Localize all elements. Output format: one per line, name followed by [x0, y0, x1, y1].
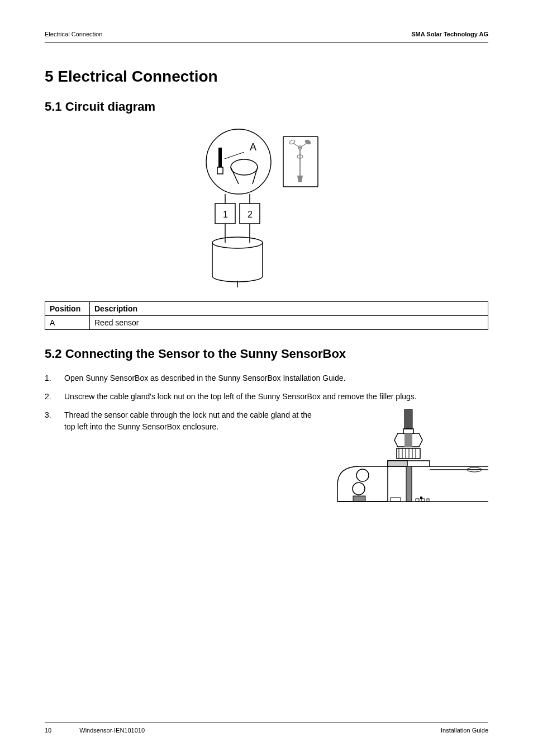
page-footer: 10 Windsensor-IEN101010 Installation Gui…	[45, 722, 488, 734]
diagram-label-2: 2	[248, 210, 253, 219]
table-cell-position: A	[45, 316, 90, 330]
svg-point-43	[353, 483, 365, 495]
svg-rect-45	[406, 466, 412, 502]
circuit-diagram-svg: A 1 2	[172, 125, 361, 287]
step-1-text: Open Sunny SensorBox as described in the…	[64, 372, 488, 384]
svg-rect-28	[404, 433, 412, 447]
section-5-2: 5.2 Connecting the Sensor to the Sunny S…	[45, 347, 488, 513]
step-1: 1. Open Sunny SensorBox as described in …	[45, 372, 488, 384]
svg-rect-4	[218, 148, 222, 167]
footer-doc-type: Installation Guide	[441, 727, 488, 734]
diagram-label-1: 1	[223, 210, 228, 219]
svg-point-0	[206, 129, 271, 194]
section-5-title: 5 Electrical Connection	[45, 68, 488, 86]
svg-line-9	[293, 143, 300, 148]
step-2-text: Unscrew the cable gland's lock nut on th…	[64, 391, 488, 403]
svg-point-42	[356, 469, 369, 481]
svg-point-22	[212, 237, 263, 248]
svg-rect-37	[388, 461, 407, 466]
circuit-diagram: A 1 2	[45, 125, 488, 287]
table-cell-description: Reed sensor	[90, 316, 488, 330]
footer-doc-id: Windsensor-IEN101010	[79, 727, 145, 734]
svg-rect-44	[353, 496, 365, 502]
table-header-description: Description	[90, 302, 488, 316]
step-3-illustration	[332, 409, 488, 513]
svg-line-11	[300, 143, 307, 148]
step-2-number: 2.	[45, 391, 64, 403]
step-1-number: 1.	[45, 372, 64, 384]
section-5-1-title: 5.1 Circuit diagram	[45, 100, 488, 114]
diagram-label-a: A	[250, 141, 256, 153]
svg-rect-27	[403, 429, 413, 433]
header-right-text: SMA Solar Technology AG	[411, 31, 488, 37]
svg-rect-5	[217, 167, 223, 174]
table-header-position: Position	[45, 302, 90, 316]
step-3-container: Thread the sensor cable through the lock…	[64, 409, 488, 513]
section-5-2-title: 5.2 Connecting the Sensor to the Sunny S…	[45, 347, 488, 361]
page-header: Electrical Connection SMA Solar Technolo…	[45, 31, 488, 42]
footer-page-number: 10	[45, 727, 51, 734]
footer-left: 10 Windsensor-IEN101010	[45, 727, 145, 734]
svg-rect-47	[391, 498, 401, 502]
svg-point-1	[231, 159, 258, 175]
steps-list: 1. Open Sunny SensorBox as described in …	[45, 372, 488, 513]
svg-line-3	[253, 167, 258, 184]
svg-line-2	[231, 167, 239, 184]
header-left-text: Electrical Connection	[45, 31, 102, 37]
table-header-row: Position Description	[45, 302, 488, 316]
step-3-text: Thread the sensor cable through the lock…	[64, 409, 315, 513]
step-3-number: 3.	[45, 409, 64, 513]
table-row: A Reed sensor	[45, 316, 488, 330]
svg-rect-29	[397, 448, 420, 459]
svg-rect-26	[404, 409, 412, 429]
step-3: 3. Thread the sensor cable through the l…	[45, 409, 488, 513]
position-table: Position Description A Reed sensor	[45, 301, 488, 330]
svg-rect-50	[420, 497, 422, 499]
svg-line-6	[225, 152, 244, 159]
step-2: 2. Unscrew the cable gland's lock nut on…	[45, 391, 488, 403]
